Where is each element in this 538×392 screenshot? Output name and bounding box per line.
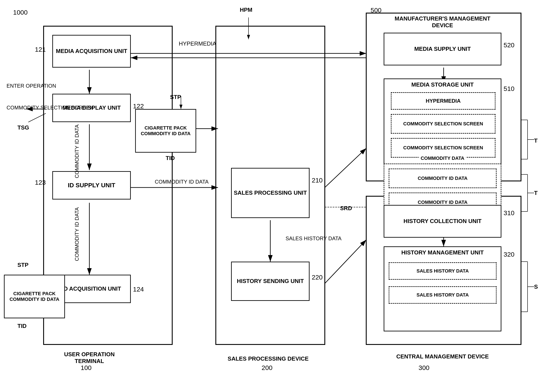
stp-label-bottom: STP bbox=[18, 262, 28, 268]
commodity-id-label-3: COMMODITY ID DATA bbox=[155, 179, 209, 185]
enter-operation-label: ENTER OPERATION bbox=[7, 83, 56, 89]
hypermedia-inner-box: HYPERMEDIA bbox=[391, 92, 496, 110]
ref-520: 520 bbox=[504, 42, 515, 49]
commodity-id-data-1: COMMODITY ID DATA bbox=[389, 168, 496, 188]
user-operation-terminal-label: USER OPERATION TERMINAL bbox=[50, 351, 129, 364]
commodity-sel-screen-1: COMMODITY SELECTION SCREEN bbox=[391, 114, 496, 134]
ref-121: 121 bbox=[35, 46, 46, 53]
ref-310: 310 bbox=[504, 209, 515, 217]
sales-history-data-1: SALES HISTORY DATA bbox=[389, 262, 496, 280]
svg-line-16 bbox=[325, 240, 366, 283]
commodity-id-label-2: COMMODITY ID DATA bbox=[74, 207, 80, 261]
sales-history-data-2: SALES HISTORY DATA bbox=[389, 286, 496, 304]
ref-200: 200 bbox=[262, 364, 273, 372]
commodity-selection-screen-label: COMMODITY SELECTION SCREEN bbox=[7, 105, 93, 111]
tsg-label-left: TSG bbox=[18, 124, 29, 131]
tid-label-1: TID bbox=[166, 155, 175, 162]
media-supply-unit: MEDIA SUPPLY UNIT bbox=[384, 33, 501, 65]
tid-label-3: TID bbox=[534, 190, 538, 196]
ref-500: 500 bbox=[371, 7, 381, 14]
id-supply-unit: ID SUPPLY UNIT bbox=[52, 171, 131, 200]
srd-label-1: SRD bbox=[340, 205, 352, 212]
cigarette-pack-box-bottom: CIGARETTE PACK COMMODITY ID DATA bbox=[4, 275, 65, 318]
commodity-sel-screen-2: COMMODITY SELECTION SCREEN bbox=[391, 138, 496, 158]
history-collection-unit: HISTORY COLLECTION UNIT bbox=[384, 205, 501, 238]
media-acquisition-unit: MEDIA ACQUISITION UNIT bbox=[52, 35, 131, 68]
ref-510: 510 bbox=[504, 85, 515, 93]
hypermedia-label: HYPERMEDIA bbox=[179, 40, 216, 47]
tsg-label-right: TSG bbox=[534, 137, 538, 144]
sales-processing-unit: SALES PROCESSING UNIT bbox=[231, 168, 310, 218]
history-management-unit: HISTORY MANAGEMENT UNIT SALES HISTORY DA… bbox=[384, 246, 501, 331]
ref-124: 124 bbox=[133, 286, 144, 293]
hpm-label: HPM bbox=[240, 7, 252, 13]
manufacturers-management-label: MANUFACTURER'S MANAGEMENT DEVICE bbox=[384, 15, 501, 29]
sales-processing-device-label: SALES PROCESSING DEVICE bbox=[227, 355, 310, 362]
ref-122: 122 bbox=[133, 103, 144, 110]
diagram: MEDIA ACQUISITION UNIT MEDIA DISPLAY UNI… bbox=[0, 0, 538, 392]
central-management-device-label: CENTRAL MANAGEMENT DEVICE bbox=[384, 353, 501, 360]
ref-100: 100 bbox=[81, 364, 92, 372]
srd-label-2: SRD bbox=[534, 283, 538, 290]
svg-line-18 bbox=[325, 148, 366, 187]
ref-320: 320 bbox=[504, 251, 515, 258]
ref-220: 220 bbox=[312, 274, 323, 281]
ref-210: 210 bbox=[312, 177, 323, 184]
sales-history-label: SALES HISTORY DATA bbox=[286, 235, 342, 242]
svg-line-22 bbox=[28, 113, 46, 122]
stp-label-top: STP bbox=[170, 94, 181, 101]
ref-1000: 1000 bbox=[13, 9, 28, 16]
history-sending-unit: HISTORY SENDING UNIT bbox=[231, 262, 310, 301]
ref-123: 123 bbox=[35, 179, 46, 186]
cigarette-pack-box-top: CIGARETTE PACK COMMODITY ID DATA bbox=[135, 109, 196, 153]
ref-300: 300 bbox=[418, 364, 429, 372]
tid-label-2: TID bbox=[18, 323, 27, 329]
media-storage-unit: MEDIA STORAGE UNIT HYPERMEDIA COMMODITY … bbox=[384, 79, 501, 177]
commodity-id-label-1: COMMODITY ID DATA bbox=[74, 125, 80, 178]
